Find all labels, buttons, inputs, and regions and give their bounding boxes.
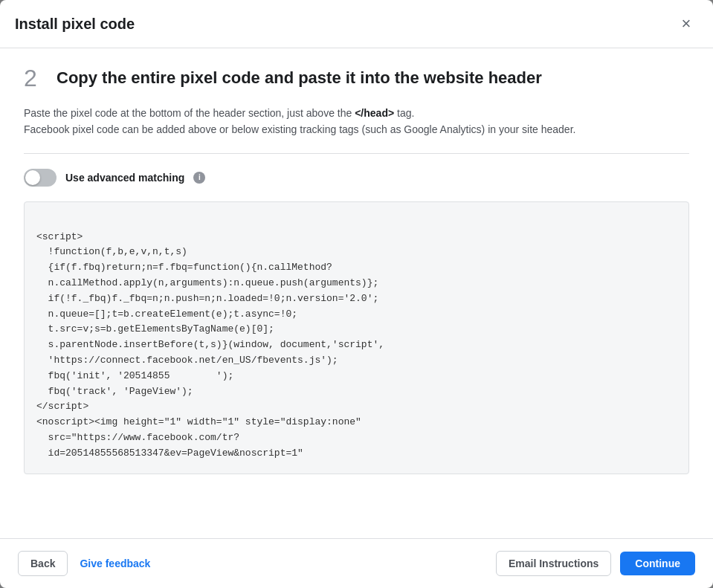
footer-left: Back Give feedback xyxy=(18,551,150,576)
step-title: Copy the entire pixel code and paste it … xyxy=(57,68,542,88)
modal-header: Install pixel code × xyxy=(0,0,713,48)
step-header: 2 Copy the entire pixel code and paste i… xyxy=(24,66,689,90)
step-number: 2 xyxy=(24,66,45,90)
back-button[interactable]: Back xyxy=(18,551,68,576)
modal-title: Install pixel code xyxy=(15,16,135,33)
advanced-matching-row: Use advanced matching i xyxy=(24,169,689,187)
email-instructions-button[interactable]: Email Instructions xyxy=(496,551,611,576)
info-icon[interactable]: i xyxy=(193,172,205,184)
continue-button[interactable]: Continue xyxy=(620,552,695,575)
modal: Install pixel code × 2 Copy the entire p… xyxy=(0,0,713,588)
description-text-1: Paste the pixel code at the bottom of th… xyxy=(24,107,355,119)
modal-footer: Back Give feedback Email Instructions Co… xyxy=(0,538,713,588)
advanced-matching-toggle[interactable] xyxy=(24,169,57,187)
toggle-knob xyxy=(25,170,40,185)
modal-body: 2 Copy the entire pixel code and paste i… xyxy=(0,48,713,538)
give-feedback-button[interactable]: Give feedback xyxy=(80,558,150,569)
step-description: Paste the pixel code at the bottom of th… xyxy=(24,105,689,154)
footer-right: Email Instructions Continue xyxy=(496,551,695,576)
pixel-code-box: <script> !function(f,b,e,v,n,t,s) {if(f.… xyxy=(24,201,689,474)
description-code-tag: </head> xyxy=(355,107,394,119)
advanced-matching-label: Use advanced matching xyxy=(65,172,184,184)
close-button[interactable]: × xyxy=(674,12,698,36)
modal-overlay: Install pixel code × 2 Copy the entire p… xyxy=(0,0,713,588)
